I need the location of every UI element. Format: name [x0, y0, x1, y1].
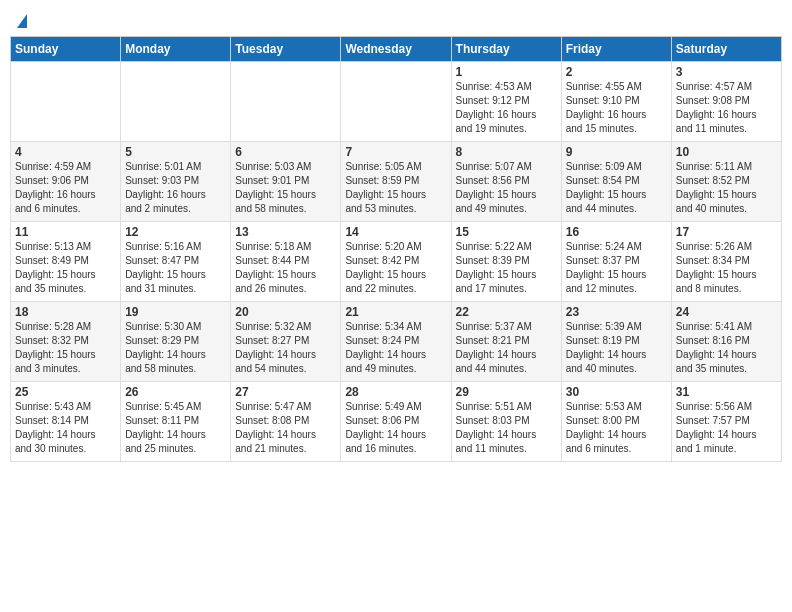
day-number: 16: [566, 225, 667, 239]
day-number: 20: [235, 305, 336, 319]
calendar-header-row: SundayMondayTuesdayWednesdayThursdayFrid…: [11, 37, 782, 62]
calendar-cell-1-5: 9Sunrise: 5:09 AM Sunset: 8:54 PM Daylig…: [561, 142, 671, 222]
day-number: 8: [456, 145, 557, 159]
day-number: 28: [345, 385, 446, 399]
day-info: Sunrise: 5:26 AM Sunset: 8:34 PM Dayligh…: [676, 240, 777, 296]
calendar-cell-2-3: 14Sunrise: 5:20 AM Sunset: 8:42 PM Dayli…: [341, 222, 451, 302]
day-number: 6: [235, 145, 336, 159]
calendar-cell-3-0: 18Sunrise: 5:28 AM Sunset: 8:32 PM Dayli…: [11, 302, 121, 382]
calendar-cell-0-1: [121, 62, 231, 142]
calendar: SundayMondayTuesdayWednesdayThursdayFrid…: [10, 36, 782, 462]
day-info: Sunrise: 4:53 AM Sunset: 9:12 PM Dayligh…: [456, 80, 557, 136]
calendar-weekday-saturday: Saturday: [671, 37, 781, 62]
day-number: 3: [676, 65, 777, 79]
calendar-weekday-friday: Friday: [561, 37, 671, 62]
day-number: 5: [125, 145, 226, 159]
calendar-weekday-wednesday: Wednesday: [341, 37, 451, 62]
day-number: 26: [125, 385, 226, 399]
day-info: Sunrise: 5:45 AM Sunset: 8:11 PM Dayligh…: [125, 400, 226, 456]
day-info: Sunrise: 5:09 AM Sunset: 8:54 PM Dayligh…: [566, 160, 667, 216]
day-number: 23: [566, 305, 667, 319]
calendar-cell-1-2: 6Sunrise: 5:03 AM Sunset: 9:01 PM Daylig…: [231, 142, 341, 222]
calendar-weekday-sunday: Sunday: [11, 37, 121, 62]
calendar-cell-3-1: 19Sunrise: 5:30 AM Sunset: 8:29 PM Dayli…: [121, 302, 231, 382]
day-number: 22: [456, 305, 557, 319]
calendar-cell-4-6: 31Sunrise: 5:56 AM Sunset: 7:57 PM Dayli…: [671, 382, 781, 462]
day-number: 21: [345, 305, 446, 319]
calendar-cell-4-2: 27Sunrise: 5:47 AM Sunset: 8:08 PM Dayli…: [231, 382, 341, 462]
day-info: Sunrise: 5:51 AM Sunset: 8:03 PM Dayligh…: [456, 400, 557, 456]
calendar-cell-1-6: 10Sunrise: 5:11 AM Sunset: 8:52 PM Dayli…: [671, 142, 781, 222]
calendar-week-3: 18Sunrise: 5:28 AM Sunset: 8:32 PM Dayli…: [11, 302, 782, 382]
calendar-cell-4-0: 25Sunrise: 5:43 AM Sunset: 8:14 PM Dayli…: [11, 382, 121, 462]
day-info: Sunrise: 4:57 AM Sunset: 9:08 PM Dayligh…: [676, 80, 777, 136]
calendar-weekday-monday: Monday: [121, 37, 231, 62]
day-number: 24: [676, 305, 777, 319]
calendar-cell-3-5: 23Sunrise: 5:39 AM Sunset: 8:19 PM Dayli…: [561, 302, 671, 382]
day-number: 27: [235, 385, 336, 399]
day-number: 13: [235, 225, 336, 239]
calendar-cell-1-4: 8Sunrise: 5:07 AM Sunset: 8:56 PM Daylig…: [451, 142, 561, 222]
calendar-cell-4-3: 28Sunrise: 5:49 AM Sunset: 8:06 PM Dayli…: [341, 382, 451, 462]
day-info: Sunrise: 5:56 AM Sunset: 7:57 PM Dayligh…: [676, 400, 777, 456]
calendar-cell-3-6: 24Sunrise: 5:41 AM Sunset: 8:16 PM Dayli…: [671, 302, 781, 382]
calendar-cell-2-2: 13Sunrise: 5:18 AM Sunset: 8:44 PM Dayli…: [231, 222, 341, 302]
calendar-week-0: 1Sunrise: 4:53 AM Sunset: 9:12 PM Daylig…: [11, 62, 782, 142]
day-number: 11: [15, 225, 116, 239]
calendar-cell-2-1: 12Sunrise: 5:16 AM Sunset: 8:47 PM Dayli…: [121, 222, 231, 302]
day-info: Sunrise: 5:01 AM Sunset: 9:03 PM Dayligh…: [125, 160, 226, 216]
calendar-cell-0-0: [11, 62, 121, 142]
day-info: Sunrise: 5:07 AM Sunset: 8:56 PM Dayligh…: [456, 160, 557, 216]
calendar-week-2: 11Sunrise: 5:13 AM Sunset: 8:49 PM Dayli…: [11, 222, 782, 302]
day-info: Sunrise: 5:20 AM Sunset: 8:42 PM Dayligh…: [345, 240, 446, 296]
day-number: 19: [125, 305, 226, 319]
calendar-cell-2-5: 16Sunrise: 5:24 AM Sunset: 8:37 PM Dayli…: [561, 222, 671, 302]
day-info: Sunrise: 5:32 AM Sunset: 8:27 PM Dayligh…: [235, 320, 336, 376]
day-number: 1: [456, 65, 557, 79]
day-info: Sunrise: 5:13 AM Sunset: 8:49 PM Dayligh…: [15, 240, 116, 296]
day-number: 10: [676, 145, 777, 159]
day-info: Sunrise: 5:18 AM Sunset: 8:44 PM Dayligh…: [235, 240, 336, 296]
day-info: Sunrise: 5:24 AM Sunset: 8:37 PM Dayligh…: [566, 240, 667, 296]
day-number: 4: [15, 145, 116, 159]
calendar-cell-2-4: 15Sunrise: 5:22 AM Sunset: 8:39 PM Dayli…: [451, 222, 561, 302]
day-info: Sunrise: 5:39 AM Sunset: 8:19 PM Dayligh…: [566, 320, 667, 376]
calendar-cell-0-6: 3Sunrise: 4:57 AM Sunset: 9:08 PM Daylig…: [671, 62, 781, 142]
day-info: Sunrise: 5:28 AM Sunset: 8:32 PM Dayligh…: [15, 320, 116, 376]
calendar-cell-3-3: 21Sunrise: 5:34 AM Sunset: 8:24 PM Dayli…: [341, 302, 451, 382]
day-info: Sunrise: 5:03 AM Sunset: 9:01 PM Dayligh…: [235, 160, 336, 216]
calendar-cell-4-5: 30Sunrise: 5:53 AM Sunset: 8:00 PM Dayli…: [561, 382, 671, 462]
day-info: Sunrise: 5:11 AM Sunset: 8:52 PM Dayligh…: [676, 160, 777, 216]
day-info: Sunrise: 5:22 AM Sunset: 8:39 PM Dayligh…: [456, 240, 557, 296]
day-number: 18: [15, 305, 116, 319]
calendar-cell-0-2: [231, 62, 341, 142]
day-info: Sunrise: 5:30 AM Sunset: 8:29 PM Dayligh…: [125, 320, 226, 376]
day-info: Sunrise: 5:53 AM Sunset: 8:00 PM Dayligh…: [566, 400, 667, 456]
logo-triangle-icon: [17, 14, 27, 28]
calendar-week-1: 4Sunrise: 4:59 AM Sunset: 9:06 PM Daylig…: [11, 142, 782, 222]
day-info: Sunrise: 5:47 AM Sunset: 8:08 PM Dayligh…: [235, 400, 336, 456]
day-info: Sunrise: 5:49 AM Sunset: 8:06 PM Dayligh…: [345, 400, 446, 456]
calendar-cell-3-2: 20Sunrise: 5:32 AM Sunset: 8:27 PM Dayli…: [231, 302, 341, 382]
day-info: Sunrise: 5:37 AM Sunset: 8:21 PM Dayligh…: [456, 320, 557, 376]
calendar-weekday-thursday: Thursday: [451, 37, 561, 62]
day-number: 15: [456, 225, 557, 239]
calendar-cell-4-4: 29Sunrise: 5:51 AM Sunset: 8:03 PM Dayli…: [451, 382, 561, 462]
logo: [14, 10, 27, 28]
calendar-cell-1-0: 4Sunrise: 4:59 AM Sunset: 9:06 PM Daylig…: [11, 142, 121, 222]
day-number: 25: [15, 385, 116, 399]
calendar-cell-4-1: 26Sunrise: 5:45 AM Sunset: 8:11 PM Dayli…: [121, 382, 231, 462]
day-number: 30: [566, 385, 667, 399]
day-info: Sunrise: 5:43 AM Sunset: 8:14 PM Dayligh…: [15, 400, 116, 456]
day-info: Sunrise: 5:41 AM Sunset: 8:16 PM Dayligh…: [676, 320, 777, 376]
calendar-cell-1-1: 5Sunrise: 5:01 AM Sunset: 9:03 PM Daylig…: [121, 142, 231, 222]
day-info: Sunrise: 5:05 AM Sunset: 8:59 PM Dayligh…: [345, 160, 446, 216]
calendar-cell-3-4: 22Sunrise: 5:37 AM Sunset: 8:21 PM Dayli…: [451, 302, 561, 382]
header: [10, 10, 782, 28]
calendar-cell-1-3: 7Sunrise: 5:05 AM Sunset: 8:59 PM Daylig…: [341, 142, 451, 222]
calendar-cell-2-0: 11Sunrise: 5:13 AM Sunset: 8:49 PM Dayli…: [11, 222, 121, 302]
day-info: Sunrise: 4:59 AM Sunset: 9:06 PM Dayligh…: [15, 160, 116, 216]
calendar-week-4: 25Sunrise: 5:43 AM Sunset: 8:14 PM Dayli…: [11, 382, 782, 462]
day-number: 17: [676, 225, 777, 239]
calendar-cell-0-4: 1Sunrise: 4:53 AM Sunset: 9:12 PM Daylig…: [451, 62, 561, 142]
